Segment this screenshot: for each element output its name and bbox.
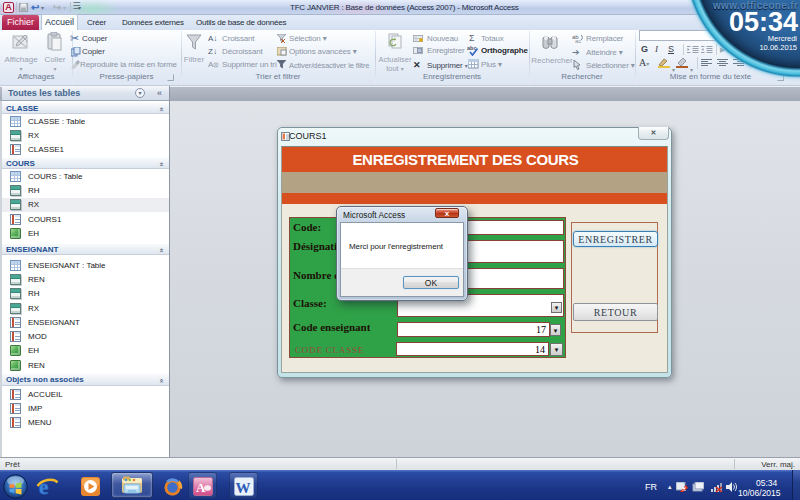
- svg-text:A↓: A↓: [208, 34, 217, 43]
- svg-text:ac: ac: [575, 38, 581, 43]
- svg-text:abc: abc: [467, 45, 476, 51]
- svg-text:e: e: [39, 475, 48, 498]
- svg-text:Z↓: Z↓: [208, 47, 217, 56]
- svg-text:W: W: [236, 480, 251, 496]
- svg-text:A⦻: A⦻: [208, 60, 219, 69]
